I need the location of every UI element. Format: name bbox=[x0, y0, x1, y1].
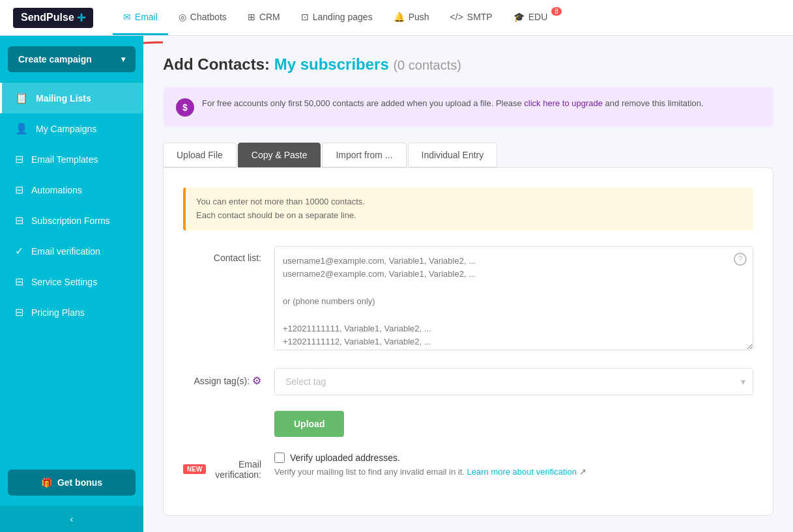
tab-upload-file[interactable]: Upload File bbox=[163, 143, 237, 167]
main-content: Add Contacts: My subscribers (0 contacts… bbox=[143, 36, 793, 532]
assign-tags-label: Assign tag(s): ⚙ bbox=[183, 368, 274, 387]
sidebar-item-email-verification[interactable]: ✓ Email verification bbox=[0, 236, 143, 266]
verify-content: Verify uploaded addresses. Verify your m… bbox=[274, 453, 753, 477]
nav-tabs: ✉ Email ◎ Chatbots ⊞ CRM ⊡ Landing pages… bbox=[113, 0, 572, 35]
upload-row: Upload bbox=[183, 411, 753, 437]
tab-import-from[interactable]: Import from ... bbox=[322, 143, 406, 167]
email-nav-icon: ✉ bbox=[123, 12, 131, 22]
landing-nav-icon: ⊡ bbox=[301, 12, 309, 22]
collapse-icon: ‹ bbox=[70, 514, 74, 524]
sidebar-item-subscription-forms[interactable]: ⊟ Subscription Forms bbox=[0, 205, 143, 236]
tab-individual-entry[interactable]: Individual Entry bbox=[408, 143, 498, 167]
nav-tab-email[interactable]: ✉ Email bbox=[113, 0, 168, 35]
notice-line2: Each contact should be on a separate lin… bbox=[196, 209, 743, 223]
nav-tab-push[interactable]: 🔔 Push bbox=[383, 0, 440, 35]
nav-tab-edu[interactable]: 🎓 EDU 8 bbox=[503, 0, 572, 35]
edu-badge: 8 bbox=[551, 7, 562, 16]
info-banner: $ For free accounts only first 50,000 co… bbox=[163, 87, 773, 127]
contact-list-label: Contact list: bbox=[183, 246, 274, 263]
dropdown-arrow-icon: ▾ bbox=[121, 55, 125, 64]
learn-more-link[interactable]: Learn more about verification bbox=[467, 467, 577, 477]
sidebar-item-my-campaigns[interactable]: 👤 My Campaigns bbox=[0, 113, 143, 144]
logo-text: SendPulse bbox=[21, 12, 74, 23]
contact-list-wrap: ? bbox=[274, 246, 753, 352]
ai-tags-icon: ⚙ bbox=[252, 375, 261, 386]
service-settings-icon: ⊟ bbox=[15, 275, 23, 288]
tab-copy-paste[interactable]: Copy & Paste bbox=[238, 143, 321, 167]
get-bonus-button[interactable]: 🎁 Get bonus bbox=[8, 469, 136, 496]
create-campaign-button[interactable]: Create campaign ▾ bbox=[8, 46, 136, 72]
mailing-lists-icon: 📋 bbox=[15, 92, 28, 104]
my-campaigns-icon: 👤 bbox=[15, 122, 28, 135]
top-nav: SendPulse ✛ ✉ Email ◎ Chatbots ⊞ CRM ⊡ L… bbox=[0, 0, 793, 36]
nav-tab-crm[interactable]: ⊞ CRM bbox=[237, 0, 291, 35]
email-templates-icon: ⊟ bbox=[15, 153, 23, 165]
gift-icon: 🎁 bbox=[41, 477, 52, 488]
sidebar-item-service-settings[interactable]: ⊟ Service Settings bbox=[0, 266, 143, 297]
info-banner-icon: $ bbox=[176, 98, 194, 117]
notice-box: You can enter not more than 10000 contac… bbox=[183, 188, 753, 231]
smtp-nav-icon: </> bbox=[450, 12, 463, 22]
automations-icon: ⊟ bbox=[15, 184, 23, 196]
sidebar-item-mailing-lists[interactable]: 📋 Mailing Lists bbox=[0, 83, 143, 113]
sidebar-item-pricing-plans[interactable]: ⊟ Pricing Plans bbox=[0, 297, 143, 328]
method-tabs: Upload File Copy & Paste Import from ...… bbox=[163, 143, 773, 167]
email-verification-row: NEW Email verification: Verify uploaded … bbox=[183, 453, 753, 480]
pricing-plans-icon: ⊟ bbox=[15, 306, 23, 318]
sidebar: Create campaign ▾ 📋 Mailing Lists 👤 My C… bbox=[0, 36, 143, 532]
upload-button[interactable]: Upload bbox=[274, 411, 344, 437]
email-verification-label: NEW Email verification: bbox=[183, 453, 274, 480]
logo[interactable]: SendPulse ✛ bbox=[13, 8, 93, 28]
nav-tab-landing[interactable]: ⊡ Landing pages bbox=[291, 0, 383, 35]
assign-tags-row: Assign tag(s): ⚙ Select tag bbox=[183, 368, 753, 395]
nav-tab-chatbots[interactable]: ◎ Chatbots bbox=[168, 0, 237, 35]
contact-list-textarea[interactable] bbox=[274, 246, 753, 350]
edu-nav-icon: 🎓 bbox=[513, 12, 525, 22]
verify-check-row: Verify uploaded addresses. bbox=[274, 453, 753, 463]
email-verification-icon: ✓ bbox=[15, 245, 23, 257]
chatbots-nav-icon: ◎ bbox=[179, 12, 186, 22]
logo-icon: ✛ bbox=[77, 12, 85, 24]
verify-checkbox[interactable] bbox=[274, 453, 285, 463]
collapse-sidebar-button[interactable]: ‹ bbox=[0, 506, 143, 532]
push-nav-icon: 🔔 bbox=[394, 12, 405, 22]
sidebar-item-automations[interactable]: ⊟ Automations bbox=[0, 175, 143, 205]
nav-tab-smtp[interactable]: </> SMTP bbox=[440, 0, 503, 35]
new-badge: NEW bbox=[183, 464, 206, 474]
verify-description: Verify your mailing list to find any inv… bbox=[274, 467, 753, 477]
page-title: Add Contacts: My subscribers (0 contacts… bbox=[163, 55, 773, 74]
help-icon[interactable]: ? bbox=[734, 253, 747, 266]
sidebar-item-email-templates[interactable]: ⊟ Email Templates bbox=[0, 144, 143, 175]
upgrade-link[interactable]: click here to upgrade bbox=[524, 98, 603, 108]
info-banner-text: For free accounts only first 50,000 cont… bbox=[202, 97, 704, 110]
contact-list-row: Contact list: ? bbox=[183, 246, 753, 352]
subscription-forms-icon: ⊟ bbox=[15, 214, 23, 227]
notice-line1: You can enter not more than 10000 contac… bbox=[196, 195, 743, 209]
content-box: You can enter not more than 10000 contac… bbox=[163, 167, 773, 516]
crm-nav-icon: ⊞ bbox=[248, 12, 255, 22]
tag-select[interactable]: Select tag bbox=[274, 368, 753, 395]
tag-select-wrap: Select tag bbox=[274, 368, 753, 395]
